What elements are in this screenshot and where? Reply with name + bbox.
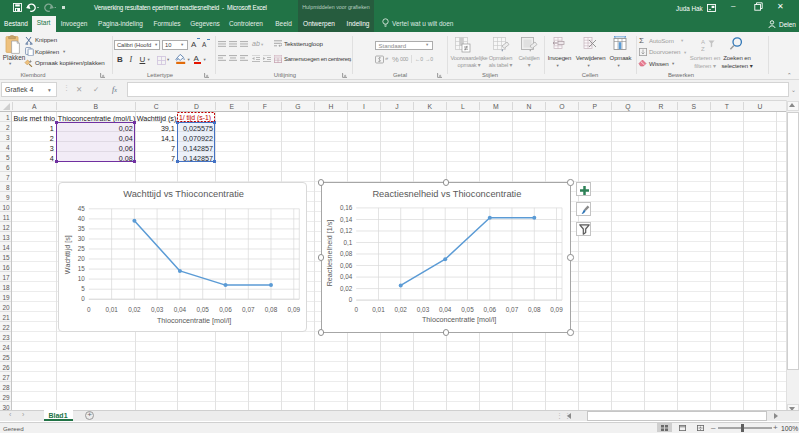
svg-text:0,08: 0,08 [265, 306, 278, 313]
svg-text:0,06: 0,06 [340, 262, 353, 269]
svg-text:0,04: 0,04 [439, 306, 452, 313]
svg-text:0,01: 0,01 [372, 306, 385, 313]
svg-text:0,16: 0,16 [340, 204, 353, 211]
svg-text:0,05: 0,05 [461, 306, 474, 313]
svg-text:0: 0 [354, 306, 358, 313]
svg-text:0: 0 [349, 297, 353, 304]
svg-text:Wachttijd vs Thioconcentratie: Wachttijd vs Thioconcentratie [123, 189, 244, 199]
svg-text:0,08: 0,08 [340, 251, 353, 258]
svg-text:0,09: 0,09 [550, 306, 563, 313]
svg-text:10: 10 [78, 275, 85, 282]
svg-text:5: 5 [81, 285, 85, 292]
svg-text:Reactiesnelheid [1/s]: Reactiesnelheid [1/s] [325, 220, 334, 287]
svg-text:0,12: 0,12 [340, 228, 353, 235]
svg-text:0,04: 0,04 [340, 274, 353, 281]
svg-text:15: 15 [78, 265, 85, 272]
svg-text:0,06: 0,06 [219, 306, 232, 313]
svg-text:0,1: 0,1 [343, 239, 352, 246]
svg-text:0,05: 0,05 [196, 306, 209, 313]
svg-text:0: 0 [81, 295, 85, 302]
svg-text:Reactiesnelheid vs Thioconcent: Reactiesnelheid vs Thioconcentratie [372, 189, 521, 199]
svg-text:A: A [701, 38, 705, 44]
svg-text:0,09: 0,09 [287, 306, 300, 313]
svg-text:Thioconcentratie [mol/l]: Thioconcentratie [mol/l] [157, 316, 231, 325]
svg-text:Thioconcentratie [mol/l]: Thioconcentratie [mol/l] [422, 316, 496, 325]
svg-text:0,14: 0,14 [340, 216, 353, 223]
svg-text:0: 0 [87, 306, 91, 313]
svg-text:40: 40 [78, 215, 85, 222]
svg-text:0,02: 0,02 [128, 306, 141, 313]
svg-text:0,07: 0,07 [242, 306, 255, 313]
svg-text:45: 45 [78, 205, 85, 212]
svg-text:25: 25 [78, 245, 85, 252]
svg-text:Wachttijd [s]: Wachttijd [s] [62, 235, 71, 274]
svg-text:0,03: 0,03 [151, 306, 164, 313]
svg-text:0,02: 0,02 [340, 285, 353, 292]
svg-text:20: 20 [78, 255, 85, 262]
svg-text:0,07: 0,07 [506, 306, 519, 313]
svg-text:0,03: 0,03 [417, 306, 430, 313]
svg-text:0,02: 0,02 [394, 306, 407, 313]
svg-text:Z: Z [701, 45, 705, 51]
svg-text:30: 30 [78, 235, 85, 242]
svg-text:0,04: 0,04 [173, 306, 186, 313]
svg-text:35: 35 [78, 225, 85, 232]
svg-text:0,08: 0,08 [528, 306, 541, 313]
svg-text:0,06: 0,06 [483, 306, 496, 313]
svg-text:0,01: 0,01 [105, 306, 118, 313]
